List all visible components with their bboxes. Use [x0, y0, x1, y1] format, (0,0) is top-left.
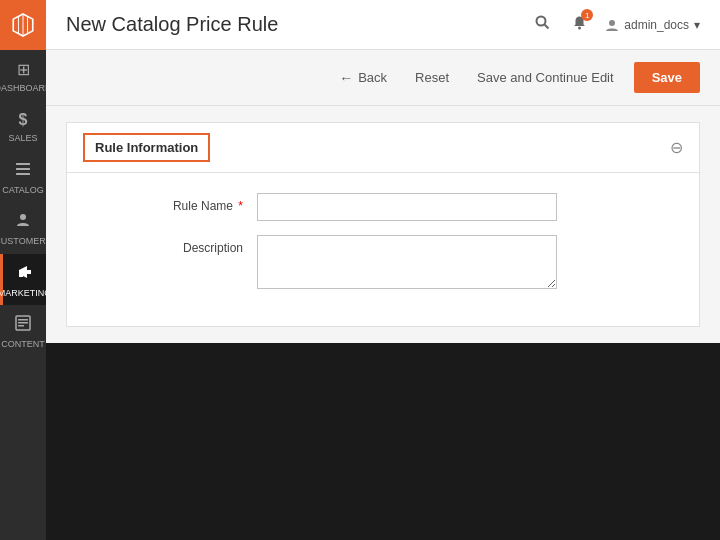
reset-button[interactable]: Reset — [407, 65, 457, 90]
search-icon — [535, 15, 550, 30]
svg-rect-7 — [18, 319, 28, 321]
content-icon — [15, 315, 31, 337]
toggle-icon: ⊖ — [670, 139, 683, 156]
sidebar-item-sales[interactable]: $ SALES — [0, 100, 46, 150]
save-label: Save — [652, 70, 682, 85]
sidebar-item-catalog[interactable]: CATALOG — [0, 151, 46, 202]
svg-line-11 — [545, 25, 549, 29]
main-content: New Catalog Price Rule 1 — [46, 0, 720, 540]
reset-label: Reset — [415, 70, 449, 85]
dashboard-icon: ⊞ — [17, 60, 30, 81]
required-indicator: * — [238, 199, 243, 213]
page-toolbar: ← Back Reset Save and Continue Edit Save — [46, 50, 720, 106]
customers-icon — [15, 212, 31, 234]
svg-point-10 — [537, 17, 546, 26]
section-title: Rule Information — [83, 133, 210, 162]
svg-rect-8 — [18, 322, 28, 324]
header-actions: 1 admin_docs ▾ — [531, 11, 700, 38]
svg-rect-4 — [27, 270, 31, 274]
section-body: Rule Name * Description — [67, 173, 699, 326]
save-button[interactable]: Save — [634, 62, 700, 93]
sidebar-item-customers[interactable]: CUSTOMERS — [0, 202, 46, 253]
rule-information-panel: Rule Information ⊖ Rule Name * — [66, 122, 700, 327]
svg-point-13 — [609, 20, 615, 26]
rule-name-row: Rule Name * — [97, 193, 669, 221]
svg-point-12 — [578, 27, 581, 30]
user-name: admin_docs — [624, 18, 689, 32]
page-header: New Catalog Price Rule 1 — [46, 0, 720, 50]
rule-name-input-wrapper — [257, 193, 557, 221]
sidebar-item-label: CATALOG — [2, 185, 44, 197]
catalog-icon — [15, 161, 31, 183]
svg-rect-2 — [16, 173, 30, 175]
description-input[interactable] — [257, 235, 557, 289]
page-title: New Catalog Price Rule — [66, 13, 531, 36]
magento-logo-icon — [10, 12, 36, 38]
save-continue-label: Save and Continue Edit — [477, 70, 614, 85]
section-header: Rule Information ⊖ — [67, 123, 699, 173]
user-avatar-icon — [605, 18, 619, 32]
sidebar-item-content[interactable]: CONTENT — [0, 305, 46, 356]
sidebar: ⊞ DASHBOARD $ SALES CATALOG CUSTOMERS — [0, 0, 46, 540]
svg-rect-9 — [18, 325, 24, 327]
rule-name-input[interactable] — [257, 193, 557, 221]
description-label: Description — [97, 235, 257, 255]
sidebar-logo[interactable] — [0, 0, 46, 50]
svg-rect-1 — [16, 168, 30, 170]
description-row: Description — [97, 235, 669, 292]
bottom-dark-area — [46, 343, 720, 540]
user-menu[interactable]: admin_docs ▾ — [605, 18, 700, 32]
back-label: Back — [358, 70, 387, 85]
search-button[interactable] — [531, 11, 554, 38]
sidebar-item-dashboard[interactable]: ⊞ DASHBOARD — [0, 50, 46, 100]
svg-rect-5 — [19, 274, 23, 277]
notification-wrapper: 1 — [568, 11, 591, 38]
section-toggle-button[interactable]: ⊖ — [670, 138, 683, 157]
user-dropdown-icon: ▾ — [694, 18, 700, 32]
sales-icon: $ — [19, 110, 28, 131]
save-continue-button[interactable]: Save and Continue Edit — [469, 65, 622, 90]
notification-count: 1 — [581, 9, 593, 21]
sidebar-item-label: CONTENT — [1, 339, 45, 351]
sidebar-item-label: DASHBOARD — [0, 83, 52, 95]
rule-name-label: Rule Name * — [97, 193, 257, 213]
svg-point-3 — [20, 214, 26, 220]
sidebar-item-label: CUSTOMERS — [0, 236, 52, 248]
sidebar-item-label: MARKETING — [0, 288, 51, 300]
back-button[interactable]: ← Back — [331, 65, 395, 91]
back-arrow-icon: ← — [339, 70, 353, 86]
marketing-icon — [17, 264, 33, 286]
sidebar-item-marketing[interactable]: MARKETING — [0, 254, 46, 305]
description-input-wrapper — [257, 235, 557, 292]
sidebar-item-label: SALES — [8, 133, 37, 145]
page-content: Rule Information ⊖ Rule Name * — [46, 106, 720, 343]
svg-rect-0 — [16, 163, 30, 165]
